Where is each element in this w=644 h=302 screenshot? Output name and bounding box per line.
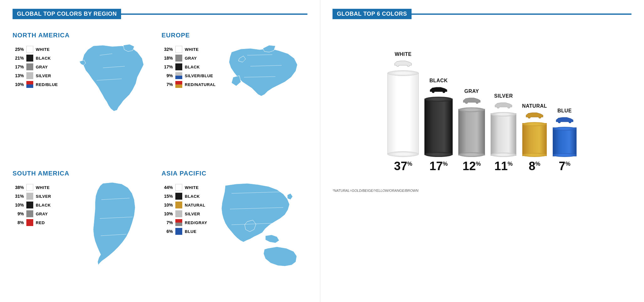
- bar-pct-white: 37%: [394, 159, 412, 173]
- bar-blue: BLUE 7%: [553, 108, 577, 173]
- right-section-header: GLOBAL TOP 6 COLORS: [333, 9, 631, 19]
- list-item: 9% SILVER/BLUE: [162, 72, 218, 79]
- map-svg-asia-pacific: [219, 181, 307, 269]
- legend-asia-pacific: 44% WHITE 15% BLACK 10% NATURAL: [162, 184, 218, 237]
- map-asia-pacific: [218, 181, 307, 269]
- list-item: 6% BLUE: [162, 228, 218, 235]
- region-content-asia-pacific: 44% WHITE 15% BLACK 10% NATURAL: [162, 181, 307, 269]
- right-panel: GLOBAL TOP 6 COLORS WHITE 37% BLACK: [320, 0, 644, 302]
- car-icon-silver: [492, 101, 514, 111]
- region-north-america: NORTH AMERICA 25% WHITE 21% BLACK 17%: [13, 29, 158, 164]
- bar-label-natural: NATURAL: [522, 103, 547, 109]
- bar-label-white: WHITE: [395, 51, 412, 57]
- bar-label-black: BLACK: [429, 78, 448, 84]
- map-north-america: [69, 43, 158, 112]
- cylinder-black: [424, 97, 453, 157]
- swatch-black: [175, 193, 182, 200]
- swatch-red-gray: [175, 219, 182, 226]
- legend-north-america: 25% WHITE 21% BLACK 17% GRAY: [13, 46, 69, 90]
- map-svg-south-america: [86, 181, 142, 269]
- legend-europe: 32% WHITE 18% GRAY 17% BLACK: [162, 46, 218, 90]
- list-item: 17% BLACK: [162, 63, 218, 70]
- swatch-red: [26, 219, 33, 226]
- right-title: GLOBAL TOP 6 COLORS: [337, 11, 407, 17]
- swatch-natural: [175, 202, 182, 208]
- list-item: 7% RED/GRAY: [162, 219, 218, 226]
- region-content-south-america: 38% WHITE 31% SILVER 10% BLACK: [13, 181, 158, 269]
- list-item: 7% RED/NATURAL: [162, 81, 218, 88]
- list-item: 21% BLACK: [13, 55, 69, 62]
- list-item: 8% RED: [13, 219, 69, 226]
- right-header-bg: GLOBAL TOP 6 COLORS: [333, 9, 412, 19]
- list-item: 10% NATURAL: [162, 202, 218, 208]
- swatch-gray: [26, 210, 33, 217]
- swatch-silver-blue: [175, 72, 182, 79]
- swatch-black: [26, 202, 33, 208]
- list-item: 10% RED/BLUE: [13, 81, 69, 88]
- cylinder-gray: [458, 107, 485, 157]
- region-content-north-america: 25% WHITE 21% BLACK 17% GRAY: [13, 43, 158, 112]
- swatch-gray: [175, 55, 182, 62]
- swatch-white: [175, 184, 182, 191]
- bar-label-gray: GRAY: [464, 89, 479, 94]
- swatch-white: [26, 46, 33, 53]
- bar-natural: NATURAL 8%: [522, 103, 547, 173]
- bar-pct-black: 17%: [429, 159, 448, 173]
- map-south-america: [69, 181, 158, 269]
- bar-black: BLACK 17%: [424, 78, 453, 173]
- bar-gray: GRAY 12%: [458, 89, 485, 173]
- swatch-black: [175, 63, 182, 70]
- swatch-red-blue: [26, 81, 33, 88]
- list-item: 25% WHITE: [13, 46, 69, 53]
- swatch-white: [175, 46, 182, 53]
- swatch-black: [26, 55, 33, 62]
- bar-pct-gray: 12%: [463, 159, 481, 173]
- footnote: *NATURAL=GOLD/BEIGE/YELLOW/ORANGE/BROWN: [333, 189, 631, 192]
- cylinder-blue: [553, 127, 577, 157]
- car-icon-white: [392, 59, 414, 69]
- left-section-header: GLOBAL TOP COLORS BY REGION: [13, 9, 307, 19]
- left-title: GLOBAL TOP COLORS BY REGION: [17, 11, 117, 17]
- swatch-red-natural: [175, 81, 182, 88]
- region-content-europe: 32% WHITE 18% GRAY 17% BLACK: [162, 43, 307, 105]
- left-header-bg: GLOBAL TOP COLORS BY REGION: [13, 9, 121, 19]
- bar-label-silver: SILVER: [494, 93, 513, 99]
- legend-south-america: 38% WHITE 31% SILVER 10% BLACK: [13, 184, 69, 228]
- map-svg-north-america: [75, 43, 153, 112]
- car-icon-black: [428, 85, 450, 95]
- car-icon-natural: [524, 111, 546, 121]
- list-item: 18% GRAY: [162, 55, 218, 62]
- map-europe: [218, 43, 307, 105]
- swatch-blue: [175, 228, 182, 235]
- swatch-silver: [175, 210, 182, 217]
- list-item: 15% BLACK: [162, 193, 218, 200]
- list-item: 10% BLACK: [13, 202, 69, 208]
- list-item: 32% WHITE: [162, 46, 218, 53]
- car-icon-gray: [461, 96, 483, 106]
- region-title-asia-pacific: ASIA PACIFIC: [162, 170, 307, 177]
- regions-grid: NORTH AMERICA 25% WHITE 21% BLACK 17%: [13, 29, 307, 302]
- swatch-gray: [26, 63, 33, 70]
- cylinder-white: [387, 70, 419, 157]
- list-item: 44% WHITE: [162, 184, 218, 191]
- right-header-line: [412, 13, 631, 15]
- list-item: 9% GRAY: [13, 210, 69, 217]
- cylinder-silver: [491, 112, 516, 157]
- cylinder-natural: [522, 122, 547, 157]
- bar-silver: SILVER 11%: [491, 93, 516, 173]
- swatch-white: [26, 184, 33, 191]
- region-europe: EUROPE 32% WHITE 18% GRAY 17%: [162, 29, 307, 164]
- region-title-south-america: SOUTH AMERICA: [13, 170, 158, 177]
- list-item: 38% WHITE: [13, 184, 69, 191]
- list-item: 31% SILVER: [13, 193, 69, 200]
- map-svg-europe: [222, 43, 304, 105]
- global-bars-container: WHITE 37% BLACK: [333, 32, 631, 173]
- region-south-america: SOUTH AMERICA 38% WHITE 31% SILVER 10%: [13, 167, 158, 302]
- left-panel: GLOBAL TOP COLORS BY REGION NORTH AMERIC…: [0, 0, 320, 302]
- bar-white: WHITE 37%: [387, 51, 419, 173]
- car-icon-blue: [554, 116, 576, 126]
- list-item: 13% SILVER: [13, 72, 69, 79]
- region-title-europe: EUROPE: [162, 32, 307, 39]
- bar-label-blue: BLUE: [557, 108, 572, 114]
- bar-pct-natural: 8%: [529, 159, 540, 173]
